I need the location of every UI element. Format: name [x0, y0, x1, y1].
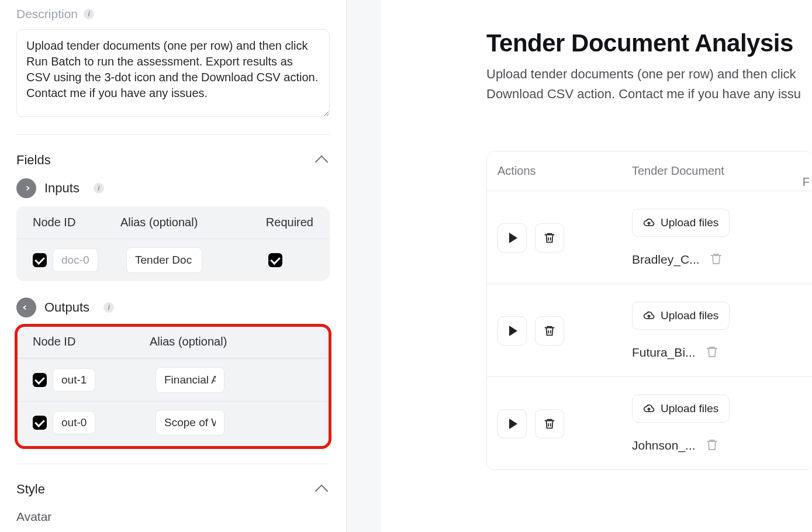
info-icon[interactable]: i	[103, 302, 114, 313]
preview-table-head: Actions Tender Document	[487, 151, 812, 191]
trash-icon	[705, 345, 719, 359]
fields-section-header[interactable]: Fields	[16, 150, 330, 178]
description-textarea[interactable]	[16, 29, 330, 117]
preview-panel: Tender Document Analysis Upload tender d…	[381, 0, 812, 532]
alias-input[interactable]	[126, 247, 202, 273]
col-node-id: Node ID	[33, 216, 120, 229]
run-button[interactable]	[497, 316, 527, 346]
description-label: Description	[16, 7, 78, 21]
upload-files-button[interactable]: Upload files	[632, 395, 730, 423]
play-icon	[509, 326, 517, 336]
inputs-subheader: Inputs i	[16, 178, 330, 198]
divider	[16, 464, 330, 464]
fields-label: Fields	[16, 153, 51, 168]
panel-gutter[interactable]	[346, 0, 381, 532]
row-checkbox[interactable]	[33, 416, 47, 430]
trash-icon	[709, 252, 723, 266]
config-panel: Description i Fields Inputs i Node ID	[0, 0, 346, 532]
node-id-pill[interactable]: out-0	[53, 411, 95, 434]
upload-files-button[interactable]: Upload files	[632, 209, 730, 237]
node-id-pill[interactable]: out-1	[53, 368, 95, 392]
outputs-table-head: Node ID Alias (optional)	[16, 326, 330, 358]
delete-file-button[interactable]	[705, 345, 720, 360]
inputs-table: Node ID Alias (optional) Required doc-0	[16, 206, 330, 281]
description-section-header: Description i	[16, 7, 330, 21]
col-alias: Alias (optional)	[150, 335, 313, 348]
alias-input[interactable]	[156, 410, 224, 436]
info-icon[interactable]: i	[94, 183, 104, 194]
page-subtitle: Upload tender documents (one per row) an…	[486, 64, 812, 104]
file-name: Futura_Bi...	[632, 346, 696, 360]
cloud-upload-icon	[643, 403, 655, 414]
run-button[interactable]	[497, 409, 527, 438]
trash-icon	[543, 417, 556, 430]
table-row: Upload files Johnson_...	[487, 377, 812, 469]
row-checkbox[interactable]	[33, 373, 47, 387]
outputs-subheader: Outputs i	[16, 298, 330, 317]
outputs-table: Node ID Alias (optional) out-1 out-0	[16, 326, 330, 447]
row-checkbox[interactable]	[33, 253, 47, 267]
delete-row-button[interactable]	[535, 223, 564, 253]
truncated-column-letter: F	[803, 175, 810, 189]
col-actions: Actions	[497, 164, 632, 178]
preview-table: Actions Tender Document Upload files	[486, 151, 812, 470]
chevron-up-icon	[315, 156, 329, 169]
cloud-upload-icon	[643, 217, 655, 229]
divider	[16, 134, 330, 135]
table-row: Upload files Bradley_C...	[487, 191, 812, 284]
table-row: Upload files Futura_Bi...	[487, 284, 812, 377]
page-title: Tender Document Analysis	[486, 29, 812, 57]
inputs-row: doc-0	[16, 239, 330, 281]
delete-row-button[interactable]	[535, 409, 564, 438]
col-tender-document: Tender Document	[632, 164, 803, 178]
config-panel-scroll[interactable]: Description i Fields Inputs i Node ID	[0, 0, 346, 532]
upload-files-button[interactable]: Upload files	[632, 302, 730, 330]
inputs-label: Inputs	[44, 181, 80, 196]
run-button[interactable]	[497, 223, 527, 253]
cloud-upload-icon	[643, 310, 655, 322]
play-icon	[509, 233, 517, 243]
alias-input[interactable]	[156, 367, 224, 393]
file-name: Bradley_C...	[632, 253, 700, 267]
required-checkbox[interactable]	[268, 253, 282, 267]
trash-icon	[705, 438, 719, 452]
node-id-pill[interactable]: doc-0	[53, 248, 98, 272]
outputs-row: out-0	[16, 401, 330, 444]
col-required: Required	[243, 216, 313, 229]
outputs-arrow-icon	[16, 298, 36, 317]
info-icon[interactable]: i	[84, 9, 94, 19]
play-icon	[509, 419, 517, 429]
outputs-label: Outputs	[44, 300, 89, 315]
style-section-header[interactable]: Style	[16, 479, 330, 497]
trash-icon	[543, 232, 556, 244]
delete-row-button[interactable]	[535, 316, 564, 346]
avatar-label: Avatar	[16, 510, 330, 524]
delete-file-button[interactable]	[705, 438, 720, 453]
col-alias: Alias (optional)	[120, 216, 243, 229]
chevron-up-icon	[315, 485, 329, 498]
col-node-id: Node ID	[33, 335, 150, 348]
inputs-arrow-icon	[16, 178, 36, 198]
style-label: Style	[16, 482, 45, 497]
file-name: Johnson_...	[632, 438, 696, 452]
inputs-table-head: Node ID Alias (optional) Required	[16, 206, 330, 239]
trash-icon	[543, 324, 556, 337]
outputs-row: out-1	[16, 358, 330, 401]
delete-file-button[interactable]	[709, 252, 724, 267]
